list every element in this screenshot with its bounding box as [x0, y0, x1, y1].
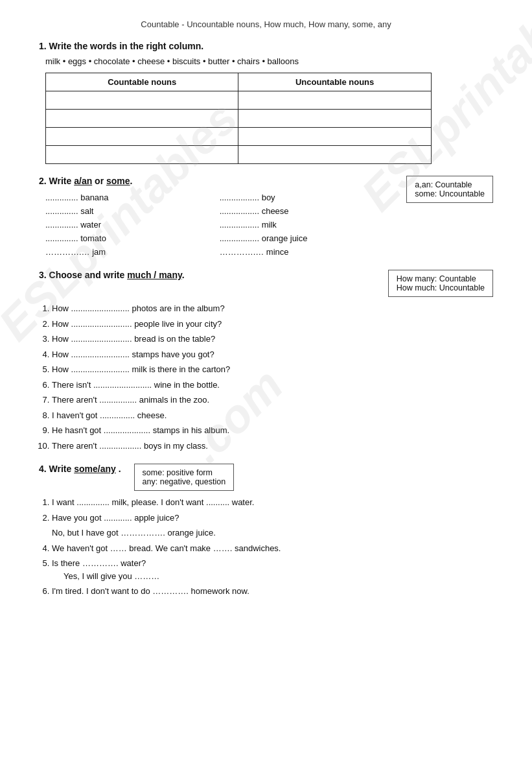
s4-item-2: No, but I have got ……………. orange juice.	[40, 527, 493, 539]
s3-item-1: How .......................... people li…	[52, 318, 493, 331]
section2-container: 2. Write a/an or some. .............. ba…	[39, 176, 493, 258]
s3-item-0: How ......................... photos are…	[52, 302, 493, 315]
section2-heading-pre: 2. Write	[39, 176, 74, 186]
section2-hint-line1: a,an: Countable	[415, 180, 485, 189]
s2-right-2: ................. milk	[220, 219, 394, 231]
section2-heading-end: .	[130, 176, 133, 186]
s3-item-8: He hasn't got .................... stamp…	[52, 424, 493, 437]
s2-right-4: ………….… mince	[220, 246, 394, 258]
section2-hint-box: a,an: Countable some: Uncountable	[406, 176, 493, 203]
section4-heading-underline: some/any	[74, 464, 116, 474]
section2-heading-words: a/an	[74, 176, 92, 186]
table-row	[46, 146, 432, 164]
section2-heading: 2. Write a/an or some.	[39, 176, 393, 186]
s4-item-0: I want .............. milk, please. I do…	[52, 496, 493, 509]
s2-left-0: .............. banana	[45, 191, 220, 204]
s2-left-4: ………….… jam	[45, 246, 220, 258]
section2-left: 2. Write a/an or some. .............. ba…	[39, 176, 393, 258]
section4-hint-line1: some: positive form	[143, 468, 226, 477]
s2-left-3: .............. tomato	[45, 232, 220, 244]
table-row	[46, 110, 432, 128]
s3-item-2: How .......................... bread is …	[52, 333, 493, 346]
section2-hint-container: a,an: Countable some: Uncountable	[406, 176, 493, 203]
section3-list: How ......................... photos are…	[52, 302, 493, 452]
section1-word-list: milk • eggs • chocolate • cheese • biscu…	[45, 56, 493, 66]
s4-item-4b: Yes, I will give you ………	[64, 571, 159, 581]
table-row	[46, 91, 432, 110]
s3-item-9: There aren't .................. boys in …	[52, 440, 493, 453]
page-title: Countable - Uncountable nouns, How much,…	[39, 19, 493, 29]
section1-heading: 1. Write the words in the right column.	[39, 41, 493, 51]
section3-hint-box: How many: Countable How much: Uncountabl…	[388, 270, 493, 297]
section3-header: 3. Choose and write much / many. How man…	[39, 270, 493, 297]
s4-item-3: We haven't got …… bread. We can't make ……	[52, 542, 493, 555]
section3-hint-line2: How much: Uncountable	[397, 283, 485, 292]
s3-item-6: There aren't ................ animals in…	[52, 394, 493, 407]
section2-heading-mid: or	[92, 176, 106, 186]
s3-item-3: How ......................... stamps hav…	[52, 348, 493, 361]
s2-left-1: .............. salt	[45, 205, 220, 217]
section2-hint-line2: some: Uncountable	[415, 189, 485, 198]
section4-heading: 4. Write some/any .	[39, 464, 121, 474]
noun-table: Countable nouns Uncountable nouns	[45, 73, 432, 164]
s2-right-1: ................. cheese	[220, 205, 394, 217]
s2-right-3: ................. orange juice	[220, 232, 394, 244]
section3-heading-pre: 3. Choose and write	[39, 270, 127, 280]
section4-heading-pre: 4. Write	[39, 464, 74, 474]
section4-hint-box: some: positive form any: negative, quest…	[134, 464, 235, 491]
s3-item-4: How ......................... milk is th…	[52, 363, 493, 376]
s2-left-2: .............. water	[45, 219, 220, 231]
s3-item-5: There isn't ......................... wi…	[52, 379, 493, 392]
s4-item-4: Is there …………. water? Yes, I will give y…	[52, 557, 493, 582]
section3-heading: 3. Choose and write much / many.	[39, 270, 185, 280]
s4-item-1: Have you got ............ apple juice?	[52, 512, 493, 525]
section4-header: 4. Write some/any . some: positive form …	[39, 464, 493, 491]
section-3: 3. Choose and write much / many. How man…	[39, 270, 493, 452]
s4-item-5: I'm tired. I don't want to do …………. home…	[52, 585, 493, 598]
section4-hint-line2: any: negative, question	[143, 477, 226, 486]
s3-item-7: I haven't got ............... cheese.	[52, 409, 493, 422]
table-row	[46, 128, 432, 146]
section3-heading-underline: much / many	[127, 270, 182, 280]
section4-heading-end: .	[116, 464, 121, 474]
s2-right-0: ................. boy	[220, 191, 394, 204]
section-1: 1. Write the words in the right column. …	[39, 41, 493, 164]
section2-heading-word2: some	[106, 176, 130, 186]
section3-hint-line1: How many: Countable	[397, 274, 485, 283]
section3-heading-end: .	[182, 270, 185, 280]
col1-header: Countable nouns	[46, 73, 238, 91]
section-4: 4. Write some/any . some: positive form …	[39, 464, 493, 598]
col2-header: Uncountable nouns	[238, 73, 431, 91]
section-2: 2. Write a/an or some. .............. ba…	[39, 176, 493, 258]
section4-list: I want .............. milk, please. I do…	[52, 496, 493, 598]
section2-two-col: .............. banana ................. …	[45, 191, 393, 258]
